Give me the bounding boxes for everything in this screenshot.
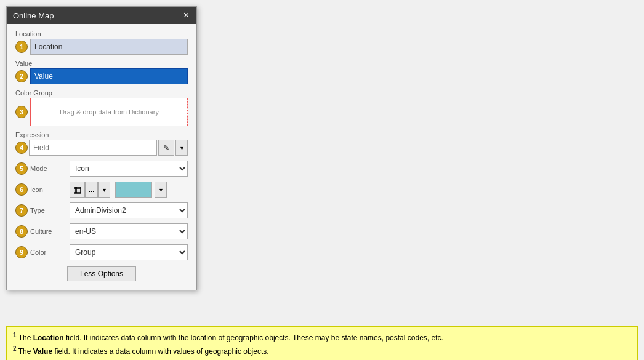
annotation-text1-pre: The — [17, 334, 33, 342]
location-row: 1 — [15, 39, 188, 55]
icon-group: 6 Icon ▦ ... ▾ ▾ — [15, 182, 188, 198]
location-input[interactable] — [30, 39, 188, 55]
expression-group: Expression 4 ✎ ▾ — [15, 131, 188, 156]
dialog-body: Location 1 Value 2 Color Group 3 Drag & … — [7, 24, 196, 290]
icon-ellipsis-button[interactable]: ... — [85, 182, 98, 198]
row-number-3: 3 — [15, 106, 28, 118]
row-number-4: 4 — [15, 142, 28, 154]
color-row: 9 Color Group Solid Gradient — [15, 244, 188, 260]
annotation-text2-post: field. It indicates a data column with v… — [52, 347, 269, 356]
mode-group: 5 Mode Icon Bubble Choropleth — [15, 161, 188, 177]
annotation-section: 1 The Location field. It indicates data … — [6, 326, 638, 360]
annotation-line-2: 2 The Value field. It indicates a data c… — [13, 344, 631, 358]
annotation-text1-bold: Location — [33, 334, 64, 342]
value-input[interactable] — [30, 68, 188, 84]
annotation-text1-post: field. It indicates data column with the… — [64, 334, 443, 342]
row-number-9: 9 — [15, 246, 28, 258]
dialog-close-button[interactable]: × — [182, 10, 190, 20]
mode-label: Mode — [30, 165, 67, 172]
annotation-line-1: 1 The Location field. It indicates data … — [13, 330, 631, 344]
mode-select[interactable]: Icon Bubble Choropleth — [70, 161, 188, 177]
type-select[interactable]: AdminDivision2 AdminDivision1 Country Po… — [70, 202, 188, 218]
color-swatch — [115, 182, 152, 198]
row-number-2: 2 — [15, 70, 28, 82]
icon-chart-button[interactable]: ▦ — [70, 182, 85, 198]
culture-group: 8 Culture en-US fr-FR de-DE es-ES — [15, 223, 188, 239]
expression-edit-button[interactable]: ✎ — [158, 140, 174, 156]
value-label: Value — [15, 60, 188, 67]
expression-label: Expression — [15, 131, 188, 138]
row-number-8: 8 — [15, 225, 28, 238]
value-group: Value 2 — [15, 60, 188, 84]
icon-label: Icon — [30, 186, 67, 193]
culture-label: Culture — [30, 228, 67, 235]
expression-dropdown-button[interactable]: ▾ — [175, 140, 188, 156]
icon-dropdown-button[interactable]: ▾ — [98, 182, 110, 198]
mode-row: 5 Mode Icon Bubble Choropleth — [15, 161, 188, 177]
location-label: Location — [15, 30, 188, 38]
drag-drop-text: Drag & drop data from Dictionary — [60, 108, 159, 116]
expression-input[interactable] — [29, 140, 157, 156]
color-select[interactable]: Group Solid Gradient — [70, 244, 188, 260]
row-number-5: 5 — [15, 162, 28, 175]
color-swatch-dropdown[interactable]: ▾ — [155, 182, 167, 198]
drag-drop-zone[interactable]: Drag & drop data from Dictionary — [30, 98, 188, 126]
dialog-title: Online Map — [13, 11, 54, 20]
icon-bar: ▦ ... ▾ — [70, 182, 110, 198]
row-number-6: 6 — [15, 183, 28, 196]
location-group: Location 1 — [15, 30, 188, 55]
value-row: 2 — [15, 68, 188, 84]
color-group-group: Color Group 3 Drag & drop data from Dict… — [15, 89, 188, 126]
type-row: 7 Type AdminDivision2 AdminDivision1 Cou… — [15, 202, 188, 218]
less-options-button[interactable]: Less Options — [67, 266, 136, 281]
culture-select[interactable]: en-US fr-FR de-DE es-ES — [70, 223, 188, 239]
type-label: Type — [30, 207, 67, 214]
online-map-dialog: Online Map × Location 1 Value 2 Color Gr… — [6, 6, 197, 290]
color-group-label: Color Group — [15, 89, 188, 97]
expression-row: 4 ✎ ▾ — [15, 140, 188, 156]
culture-row: 8 Culture en-US fr-FR de-DE es-ES — [15, 223, 188, 239]
color-row-group: 9 Color Group Solid Gradient — [15, 244, 188, 260]
icon-row: 6 Icon ▦ ... ▾ ▾ — [15, 182, 188, 198]
dialog-titlebar: Online Map × — [7, 7, 196, 24]
type-group: 7 Type AdminDivision2 AdminDivision1 Cou… — [15, 202, 188, 218]
annotation-text2-bold: Value — [33, 347, 52, 356]
color-label: Color — [30, 249, 67, 256]
row-number-7: 7 — [15, 204, 28, 217]
color-group-row: 3 Drag & drop data from Dictionary — [15, 98, 188, 126]
row-number-1: 1 — [15, 41, 28, 53]
annotation-text2-pre: The — [17, 347, 33, 356]
